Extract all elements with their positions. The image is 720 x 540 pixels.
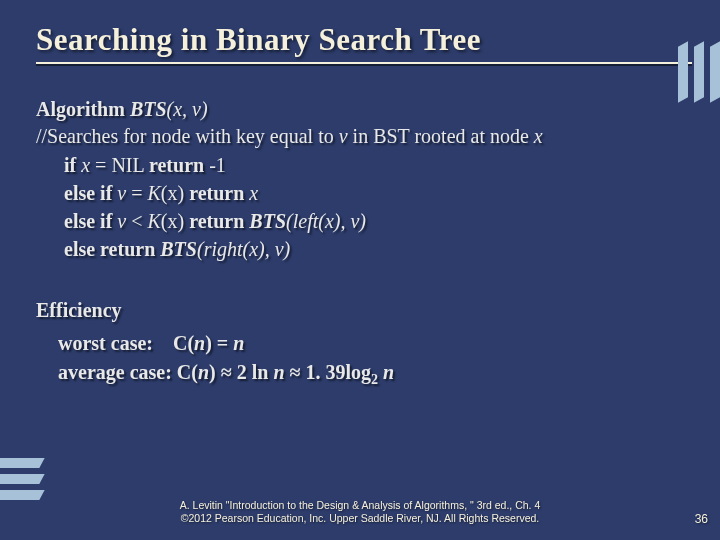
decoration-left: [0, 458, 42, 500]
fn-k: K: [147, 182, 160, 204]
algorithm-label: Algorithm: [36, 98, 125, 120]
comment-var-x: x: [534, 125, 543, 147]
paren-x: (x): [161, 210, 189, 232]
eq-nil: = NIL: [90, 154, 149, 176]
val-neg1: -1: [209, 154, 226, 176]
call-bts: BTS: [160, 238, 197, 260]
footer-line-1: A. Levitin "Introduction to the Design &…: [0, 499, 720, 513]
algo-line-4: else return BTS(right(x), v): [64, 236, 684, 263]
args-right: (right(x), v): [197, 238, 290, 260]
var-n3: n: [383, 361, 394, 383]
var-n2: n: [273, 361, 284, 383]
var-v: v: [117, 182, 126, 204]
comment-prefix: //Searches for node with key equal to: [36, 125, 339, 147]
decoration-right: [678, 44, 720, 100]
comment-mid: in BST rooted at node: [348, 125, 534, 147]
var-v: v: [117, 210, 126, 232]
worst-label: worst case:: [58, 332, 173, 354]
c-close-approx: ) ≈ 2 ln: [209, 361, 273, 383]
algorithm-params: (x, v): [167, 98, 208, 120]
var-x: x: [81, 154, 90, 176]
kw-if: if: [64, 154, 81, 176]
avg-label: average case:: [58, 361, 177, 383]
content-block: Algorithm BTS(x, v) //Searches for node …: [36, 96, 684, 390]
footer-line-2: ©2012 Pearson Education, Inc. Upper Sadd…: [0, 512, 720, 526]
var-n: n: [198, 361, 209, 383]
kw-return: return: [149, 154, 209, 176]
page-number: 36: [695, 512, 708, 526]
algo-line-1: if x = NIL return -1: [64, 152, 684, 179]
c-open: C(: [177, 361, 198, 383]
kw-else-return: else return: [64, 238, 160, 260]
c-open: C(: [173, 332, 194, 354]
title-underline: [36, 62, 692, 64]
call-bts: BTS: [249, 210, 286, 232]
algorithm-header: Algorithm BTS(x, v): [36, 96, 684, 123]
fn-k: K: [147, 210, 160, 232]
op-lt: <: [126, 210, 147, 232]
algorithm-body: if x = NIL return -1 else if v = K(x) re…: [36, 152, 684, 263]
var-n: n: [194, 332, 205, 354]
approx-log: ≈ 1. 39log: [285, 361, 372, 383]
ret-x: x: [249, 182, 258, 204]
rhs-n: n: [233, 332, 244, 354]
kw-return: return: [189, 210, 249, 232]
kw-return: return: [189, 182, 249, 204]
kw-elseif: else if: [64, 182, 117, 204]
args-left: (left(x), v): [286, 210, 366, 232]
c-close-eq: ) =: [205, 332, 233, 354]
comment-var-v: v: [339, 125, 348, 147]
efficiency-body: worst case: C(n) = n average case: C(n) …: [36, 330, 684, 390]
average-case-line: average case: C(n) ≈ 2 ln n ≈ 1. 39log2 …: [58, 359, 684, 390]
algo-line-3: else if v < K(x) return BTS(left(x), v): [64, 208, 684, 235]
algorithm-comment: //Searches for node with key equal to v …: [36, 123, 684, 150]
paren-x: (x): [161, 182, 189, 204]
footer-citation: A. Levitin "Introduction to the Design &…: [0, 499, 720, 526]
algorithm-name: BTS: [130, 98, 167, 120]
efficiency-heading: Efficiency: [36, 297, 684, 324]
slide: Searching in Binary Search Tree Algorith…: [0, 0, 720, 540]
kw-elseif: else if: [64, 210, 117, 232]
log-base-2: 2: [371, 372, 378, 387]
worst-case-line: worst case: C(n) = n: [58, 330, 684, 357]
algo-line-2: else if v = K(x) return x: [64, 180, 684, 207]
page-title: Searching in Binary Search Tree: [36, 22, 684, 58]
op-eq: =: [126, 182, 147, 204]
